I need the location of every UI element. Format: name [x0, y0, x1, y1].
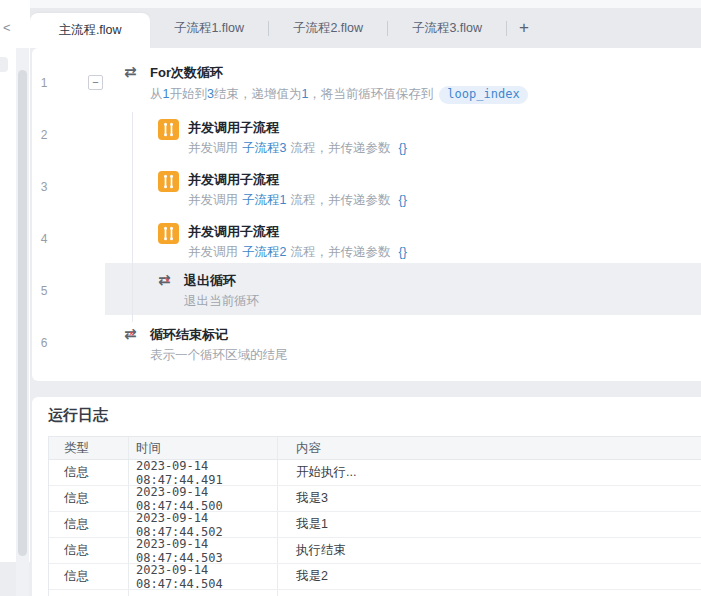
- step-loop-end-marker[interactable]: ⇄ × 循环结束标记 表示一个循环区域的结尾: [124, 326, 288, 363]
- step-number: 4: [34, 232, 54, 246]
- step-title: 并发调用子流程: [188, 172, 407, 187]
- log-header-time: 时间: [129, 437, 278, 459]
- step-number: 1: [34, 76, 54, 90]
- log-cell-content: 开始执行...: [278, 460, 701, 485]
- log-row[interactable]: 信息 2023-09-14 08:47:44.491 开始执行...: [49, 460, 701, 486]
- subflow-link[interactable]: 子流程3: [242, 141, 286, 155]
- loop-end-icon: ⇄ ×: [124, 326, 142, 342]
- log-row[interactable]: 信息 2023-09-14 08:47:44.502 我是1: [49, 512, 701, 538]
- log-cell-type: 信息: [49, 460, 129, 485]
- step-title: 退出循环: [184, 273, 259, 288]
- step-number: 3: [34, 180, 54, 194]
- log-header-type: 类型: [49, 437, 129, 459]
- log-row[interactable]: 信息 2023-09-14 08:47:44.504 我是2: [49, 564, 701, 590]
- parallel-call-icon: [158, 171, 179, 192]
- tab-label: 子流程3.flow: [412, 20, 482, 37]
- parallel-call-icon: [158, 119, 179, 140]
- step-number: 2: [34, 128, 54, 142]
- step-subtitle: 从1开始到3结束，递增值为1，将当前循环值保存到loop_index: [150, 86, 528, 104]
- tab-label: 主流程.flow: [58, 22, 121, 39]
- scrollbar-thumb[interactable]: [18, 70, 27, 556]
- collapse-panel-chevron-icon[interactable]: <: [3, 20, 11, 35]
- tab-subflow-1[interactable]: 子流程1.flow: [150, 8, 268, 48]
- log-cell-content: 我是3: [278, 486, 701, 511]
- minus-icon: −: [92, 77, 98, 88]
- step-number: 6: [34, 336, 54, 350]
- tab-label: 子流程2.flow: [293, 20, 363, 37]
- log-cell-type: 信息: [49, 564, 129, 589]
- exit-loop-icon: ⇄ ↘: [158, 272, 176, 288]
- log-cell-content: 我是2: [278, 564, 701, 589]
- parallel-call-icon: [158, 223, 179, 244]
- log-cell-type: 信息: [49, 512, 129, 537]
- add-tab-button[interactable]: +: [507, 8, 541, 48]
- panel-handle[interactable]: [0, 57, 8, 72]
- step-exit-loop[interactable]: ⇄ ↘ 退出循环 退出当前循环: [158, 272, 259, 309]
- run-log-table: 类型 时间 内容 信息 2023-09-14 08:47:44.491 开始执行…: [48, 436, 701, 596]
- collapse-loop-button[interactable]: −: [88, 75, 103, 90]
- tab-label: 子流程1.flow: [174, 20, 244, 37]
- log-row[interactable]: 信息 2023-09-14 08:47:44.503 执行结束: [49, 538, 701, 564]
- step-parallel-call[interactable]: 并发调用子流程 并发调用子流程1流程，并传递参数{}: [158, 171, 407, 208]
- step-parallel-call[interactable]: 并发调用子流程 并发调用子流程2流程，并传递参数{}: [158, 223, 407, 260]
- log-cell-time: 2023-09-14 08:47:44.491: [129, 460, 278, 485]
- subflow-link[interactable]: 子流程1: [242, 193, 286, 207]
- log-row[interactable]: 信息 2023-09-14 08:47:44.500 我是3: [49, 486, 701, 512]
- step-parallel-call[interactable]: 并发调用子流程 并发调用子流程3流程，并传递参数{}: [158, 119, 407, 156]
- top-strip: [0, 0, 701, 8]
- step-title: 并发调用子流程: [188, 224, 407, 239]
- log-cell-type: 信息: [49, 486, 129, 511]
- log-cell-content: 执行结束: [278, 538, 701, 563]
- log-cell-type: 信息: [49, 538, 129, 563]
- step-subtitle: 并发调用子流程3流程，并传递参数{}: [188, 141, 407, 156]
- log-row-partial: [49, 590, 701, 596]
- loop-icon: ⇄: [124, 64, 142, 80]
- step-subtitle: 并发调用子流程1流程，并传递参数{}: [188, 193, 407, 208]
- loop-indent-guide: [132, 112, 133, 322]
- step-subtitle: 表示一个循环区域的结尾: [150, 348, 288, 363]
- step-title: 循环结束标记: [150, 327, 288, 342]
- log-header-row: 类型 时间 内容: [49, 437, 701, 460]
- step-subtitle: 退出当前循环: [184, 294, 259, 309]
- log-cell-time: 2023-09-14 08:47:44.503: [129, 538, 278, 563]
- step-title: 并发调用子流程: [188, 120, 407, 135]
- variable-pill[interactable]: loop_index: [439, 86, 527, 104]
- flow-tab-bar: 主流程.flow 子流程1.flow 子流程2.flow 子流程3.flow +: [30, 8, 701, 48]
- canvas-scrollbar[interactable]: [16, 48, 29, 596]
- log-cell-content: 我是1: [278, 512, 701, 537]
- tab-subflow-2[interactable]: 子流程2.flow: [269, 8, 387, 48]
- log-cell-time: 2023-09-14 08:47:44.500: [129, 486, 278, 511]
- tab-subflow-3[interactable]: 子流程3.flow: [388, 8, 506, 48]
- step-subtitle: 并发调用子流程2流程，并传递参数{}: [188, 245, 407, 260]
- step-title: For次数循环: [150, 65, 528, 80]
- subflow-link[interactable]: 子流程2: [242, 245, 286, 259]
- log-cell-time: 2023-09-14 08:47:44.504: [129, 564, 278, 589]
- step-for-loop[interactable]: ⇄ For次数循环 从1开始到3结束，递增值为1，将当前循环值保存到loop_i…: [124, 64, 528, 104]
- run-log-title: 运行日志: [48, 406, 108, 425]
- tab-main-flow[interactable]: 主流程.flow: [30, 13, 150, 48]
- log-header-content: 内容: [278, 437, 701, 459]
- log-cell-time: 2023-09-14 08:47:44.502: [129, 512, 278, 537]
- run-log-panel: 运行日志 类型 时间 内容 信息 2023-09-14 08:47:44.491…: [32, 397, 701, 596]
- step-number: 5: [34, 284, 54, 298]
- plus-icon: +: [519, 18, 529, 38]
- flow-canvas: 1 2 3 4 5 6 − ⇄ For次数循环 从1开始到3结束，递增值为1，将…: [32, 48, 701, 381]
